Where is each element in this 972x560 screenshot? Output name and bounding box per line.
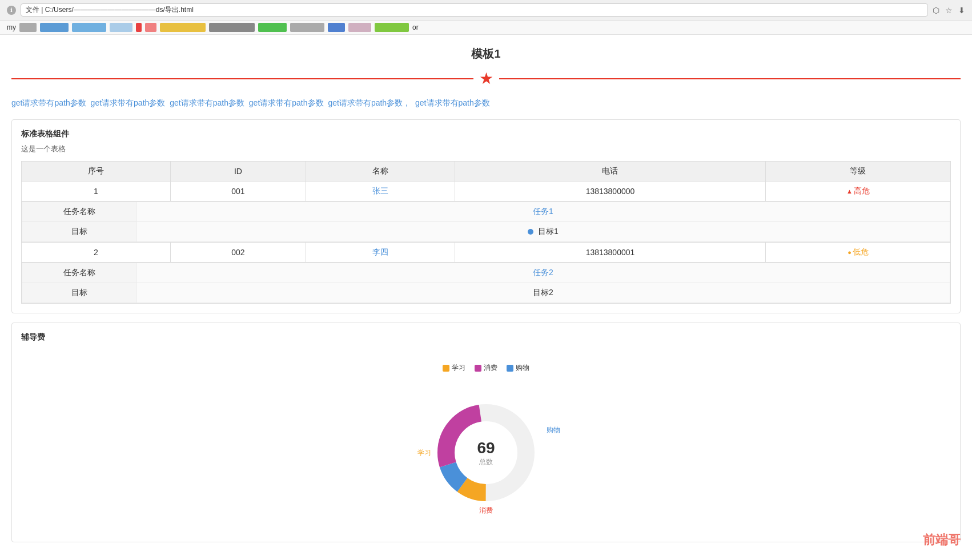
bookmark-10[interactable] [290,23,324,32]
bookmark-13[interactable] [375,23,409,32]
divider-left [11,78,473,79]
bookmark-7[interactable] [160,23,206,32]
page-content: 模板1 ★ get请求带有path参数 get请求带有path参数 get请求带… [0,35,972,560]
bookmark-3[interactable] [72,23,106,32]
divider-right [499,78,961,79]
legend-dot-xiaoFei [475,365,481,372]
link-1[interactable]: get请求带有path参数 [11,98,86,107]
star-icon[interactable]: ☆ [945,6,953,15]
cell-seq-2: 2 [22,243,171,263]
target-dot-1 [528,229,533,235]
bookmark-9[interactable] [258,23,287,32]
badge-high-1: 高危 [846,186,870,195]
cell-phone-2: 13813800001 [455,243,765,263]
expanded-content-2: 任务名称 任务2 目标 目标2 [22,263,950,303]
bookmark-5[interactable] [136,23,142,32]
donut-value: 69 [477,439,495,457]
table-row: 1 001 张三 13813800000 高危 [22,182,951,202]
link-4[interactable]: get请求带有path参数 [249,98,324,107]
legend-dot-xuexi [443,365,449,372]
cell-name-1: 张三 [306,182,455,202]
legend-xuexi: 学习 [443,363,465,373]
bookmark-1[interactable] [19,23,37,32]
expanded-cell-2: 任务名称 任务2 目标 目标2 [22,263,951,304]
expanded-row-1: 任务名称 任务1 目标 目标1 [22,202,951,243]
links-row: get请求带有path参数 get请求带有path参数 get请求带有path参… [11,96,961,110]
legend-gouWu: 购物 [507,363,529,373]
col-level: 等级 [765,162,950,182]
expanded-content-1: 任务名称 任务1 目标 目标1 [22,202,950,242]
col-name: 名称 [306,162,455,182]
donut-center-label: 总数 [477,457,495,467]
chart-title: 辅导费 [21,332,951,343]
col-id: ID [170,162,306,182]
badge-low-2: 低危 [848,247,869,256]
expanded-row-2: 任务名称 任务2 目标 目标2 [22,263,951,304]
legend-xiaoFei: 消费 [475,363,497,373]
legend-label-gouWu: 购物 [516,363,529,373]
name-link-2[interactable]: 李四 [372,247,388,256]
download-icon[interactable]: ⬇ [958,6,965,15]
table-row: 2 002 李四 13813800001 低危 [22,243,951,263]
browser-bar: ℹ 文件 | C:/Users/————————————ds/导出.html ⬡… [0,0,972,21]
data-table: 序号 ID 名称 电话 等级 1 001 张三 13813800000 [21,161,951,304]
donut-chart: 69 总数 [429,396,543,510]
bookmark-12[interactable] [348,23,371,32]
task-label-1: 任务名称 [22,202,136,222]
link-6[interactable]: get请求带有path参数 [415,98,490,107]
link-2[interactable]: get请求带有path参数 [91,98,166,107]
task-label-2: 任务名称 [22,263,136,283]
cell-phone-1: 13813800000 [455,182,765,202]
share-icon[interactable]: ⬡ [933,6,939,15]
cell-level-1: 高危 [765,182,950,202]
bookmarks-bar: my or [0,21,972,35]
task-value-1[interactable]: 任务1 [136,202,950,222]
table-card: 标准表格组件 这是一个表格 序号 ID 名称 电话 等级 1 001 张三 [11,119,961,313]
bookmark-11[interactable] [328,23,345,32]
cell-name-2: 李四 [306,243,455,263]
table-card-subtitle: 这是一个表格 [21,144,951,154]
donut-label-gouWu: 购物 [547,425,560,435]
chart-legend: 学习 消费 购物 [443,363,529,373]
bookmark-or: or [412,23,419,31]
col-phone: 电话 [455,162,765,182]
chart-card: 辅导费 学习 消费 购物 学习 购物 [11,323,961,542]
bookmark-2[interactable] [40,23,69,32]
browser-url: 文件 | C:/Users/————————————ds/导出.html [21,3,928,17]
target-label-1: 目标 [22,222,136,242]
expanded-table-1: 任务名称 任务1 目标 目标1 [22,202,950,242]
col-seq: 序号 [22,162,171,182]
link-5[interactable]: get请求带有path参数， [328,98,411,107]
name-link-1[interactable]: 张三 [372,186,388,195]
legend-label-xiaoFei: 消费 [484,363,497,373]
chart-container: 学习 消费 购物 学习 购物 消费 [21,352,951,533]
bookmark-6[interactable] [145,23,156,32]
cell-id-1: 001 [170,182,306,202]
target-value-2: 目标2 [136,283,950,303]
legend-label-xuexi: 学习 [452,363,465,373]
legend-dot-gouWu [507,365,513,372]
bookmarks-label: my [7,23,16,31]
bookmark-4[interactable] [110,23,132,32]
cell-level-2: 低危 [765,243,950,263]
expanded-cell-1: 任务名称 任务1 目标 目标1 [22,202,951,243]
cell-id-2: 002 [170,243,306,263]
bookmark-8[interactable] [209,23,255,32]
page-title: 模板1 [11,46,961,62]
cell-seq-1: 1 [22,182,171,202]
divider-star: ★ [479,71,493,87]
target-value-1: 目标1 [136,222,950,242]
browser-actions: ⬡ ☆ ⬇ [933,6,965,15]
target-label-2: 目标 [22,283,136,303]
expanded-table-2: 任务名称 任务2 目标 目标2 [22,263,950,303]
task-value-2[interactable]: 任务2 [136,263,950,283]
browser-icon: ℹ [7,6,16,15]
target-text-1: 目标1 [538,227,559,236]
table-card-title: 标准表格组件 [21,129,951,139]
divider-line: ★ [11,71,961,87]
link-3[interactable]: get请求带有path参数 [170,98,244,107]
donut-center: 69 总数 [477,439,495,467]
donut-outer: 学习 购物 消费 69 总 [406,384,566,521]
